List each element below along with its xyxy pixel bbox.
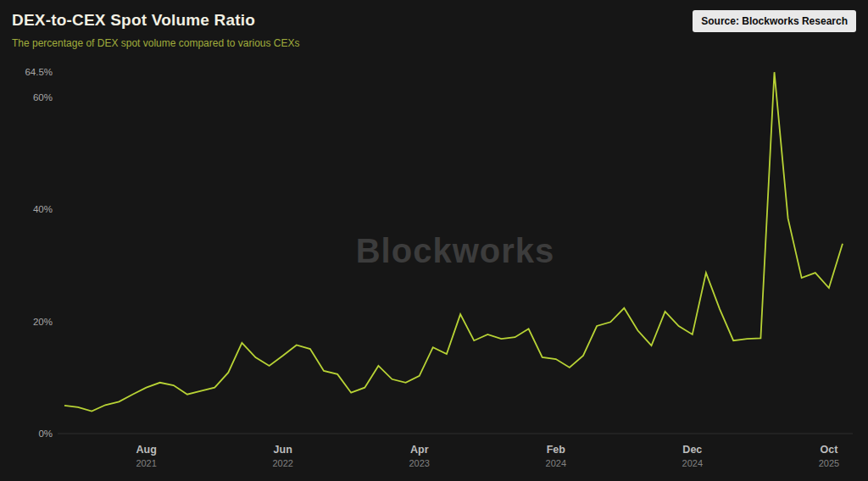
x-tick-year: 2023 [386, 458, 453, 468]
x-tick-month: Dec [659, 444, 726, 456]
y-axis-tick-label: 20% [0, 315, 53, 329]
x-tick-year: 2025 [795, 458, 863, 468]
x-tick-month: Feb [522, 444, 590, 456]
x-tick-year: 2024 [659, 458, 726, 468]
x-tick-month: Aug [113, 444, 181, 456]
x-tick-year: 2024 [522, 458, 590, 468]
x-axis-tick-label: Jun2022 [249, 444, 317, 468]
x-tick-month: Jun [249, 444, 317, 456]
x-axis-tick-label: Dec2024 [659, 444, 726, 468]
x-tick-month: Apr [386, 444, 453, 456]
series-line [64, 72, 843, 411]
y-axis-tick-label: 64.5% [0, 65, 53, 79]
x-axis-tick-label: Oct2025 [795, 444, 863, 468]
y-axis-tick-label: 0% [0, 427, 53, 440]
x-tick-year: 2022 [249, 458, 317, 468]
chart-page: DEX-to-CEX Spot Volume Ratio The percent… [0, 0, 868, 481]
line-chart: Blockworks 64.5%60%40%20%0% Aug2021Jun20… [0, 0, 868, 481]
chart-canvas [0, 0, 868, 481]
y-axis-tick-label: 40% [0, 202, 53, 216]
x-axis-tick-label: Apr2023 [386, 444, 453, 468]
x-tick-month: Oct [795, 444, 863, 456]
y-axis-tick-label: 60% [0, 91, 53, 104]
x-axis-tick-label: Aug2021 [113, 444, 181, 468]
x-axis-tick-label: Feb2024 [522, 444, 590, 468]
x-tick-year: 2021 [113, 458, 181, 468]
